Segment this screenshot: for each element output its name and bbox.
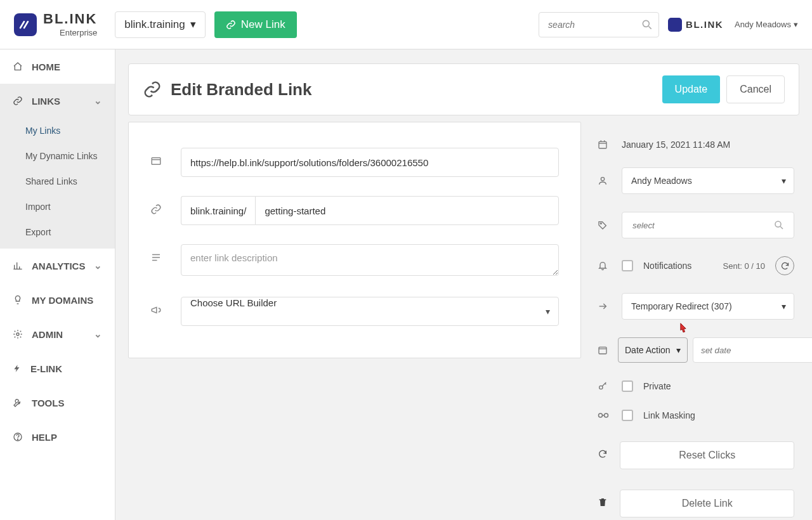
owner-select[interactable]: Andy Meadows ▾ (622, 167, 794, 194)
nav-elink[interactable]: E-LINK (0, 351, 115, 386)
tag-input[interactable] (631, 220, 773, 231)
brand-subtitle: Enterprise (43, 29, 97, 37)
date-action-select[interactable]: Date Action ▾ (618, 337, 688, 363)
description-input[interactable] (181, 244, 559, 276)
link-meta-panel: January 15, 2021 11:48 AM Andy Meadows ▾ (595, 122, 799, 520)
user-name: Andy Meadows (735, 20, 791, 29)
main-content: Edit Branded Link Update Cancel (115, 49, 812, 520)
brand-logo-icon (14, 13, 37, 36)
bulb-icon (13, 295, 23, 305)
redirect-select[interactable]: Temporary Redirect (307) ▾ (622, 293, 794, 320)
search-input[interactable] (547, 19, 641, 30)
gear-icon (13, 329, 23, 339)
chart-icon (13, 261, 23, 271)
nav-my-domains[interactable]: MY DOMAINS (0, 283, 115, 317)
delete-link-button[interactable]: Delete Link (620, 490, 794, 517)
nav-shared-links[interactable]: Shared Links (0, 169, 115, 194)
nav-home[interactable]: HOME (0, 49, 115, 84)
reset-clicks-button[interactable]: Reset Clicks (620, 441, 794, 469)
new-link-button[interactable]: New Link (214, 11, 297, 38)
destination-url-input[interactable] (181, 148, 559, 177)
svg-point-26 (599, 413, 603, 417)
refresh-icon[interactable] (775, 256, 794, 275)
chevron-down-icon: ⌄ (94, 260, 102, 271)
nav-analytics[interactable]: ANALYTICS ⌄ (0, 249, 115, 283)
browser-icon (150, 148, 166, 167)
date-action-label: Date Action (625, 345, 671, 355)
mini-brand: BL.INK (668, 18, 723, 32)
brand-title: BL.INK (43, 12, 97, 26)
chevron-down-icon: ▾ (676, 345, 681, 355)
nav-my-dynamic-links[interactable]: My Dynamic Links (0, 143, 115, 169)
topbar: BL.INK Enterprise blink.training ▾ New L… (0, 0, 812, 49)
domain-prefix: blink.training/ (181, 196, 255, 225)
link-masking-checkbox[interactable] (622, 410, 633, 421)
sent-count: Sent: 0 / 10 (723, 261, 766, 271)
svg-line-17 (780, 226, 783, 229)
page-title: Edit Branded Link (171, 80, 311, 100)
search-icon (773, 219, 785, 231)
slug-input[interactable] (255, 196, 559, 225)
created-timestamp: January 15, 2021 11:48 AM (622, 140, 730, 150)
set-date-input[interactable] (693, 337, 812, 363)
nav-export[interactable]: Export (0, 219, 115, 245)
edit-form: blink.training/ (128, 122, 581, 358)
svg-point-25 (599, 386, 603, 389)
nav-links[interactable]: LINKS ⌄ (0, 84, 115, 118)
notifications-label: Notifications (643, 261, 691, 271)
private-checkbox[interactable] (622, 380, 633, 392)
svg-point-4 (17, 439, 18, 439)
home-icon (13, 62, 23, 72)
tag-icon (598, 220, 612, 230)
user-menu[interactable]: Andy Meadows ▾ (735, 20, 798, 29)
svg-point-2 (16, 333, 19, 335)
link-icon (13, 96, 23, 106)
svg-line-1 (649, 26, 652, 29)
nav-my-links[interactable]: My Links (0, 118, 115, 143)
nav-label: ANALYTICS (32, 261, 85, 271)
brand: BL.INK Enterprise (14, 12, 97, 37)
sidebar: HOME LINKS ⌄ My Links My Dynamic Links S… (0, 49, 115, 520)
megaphone-icon (150, 297, 166, 316)
link-icon (150, 196, 166, 215)
mask-icon (598, 412, 612, 419)
svg-point-16 (775, 221, 781, 227)
chevron-down-icon: ▾ (794, 20, 798, 29)
notifications-checkbox[interactable] (622, 260, 633, 271)
link-masking-label: Link Masking (643, 410, 695, 420)
nav-import[interactable]: Import (0, 194, 115, 219)
arrow-right-icon (598, 301, 612, 311)
domain-selector[interactable]: blink.training ▾ (115, 11, 205, 38)
user-icon (598, 176, 612, 186)
calendar-icon (598, 345, 608, 355)
description-icon (150, 244, 166, 263)
nav-label: E-LINK (30, 363, 62, 374)
svg-rect-10 (599, 141, 606, 148)
private-label: Private (643, 381, 671, 391)
tag-select[interactable] (622, 212, 794, 238)
nav-label: HOME (32, 62, 60, 72)
nav-admin[interactable]: ADMIN ⌄ (0, 317, 115, 351)
chevron-down-icon: ▾ (782, 176, 786, 186)
chevron-down-icon: ▾ (782, 301, 786, 311)
nav-label: TOOLS (32, 398, 64, 408)
cancel-button[interactable]: Cancel (726, 75, 785, 103)
new-link-label: New Link (241, 18, 285, 31)
svg-point-14 (601, 178, 604, 181)
nav-tools[interactable]: TOOLS (0, 386, 115, 420)
chevron-down-icon: ⌄ (94, 95, 102, 107)
svg-rect-5 (152, 158, 160, 165)
nav-label: ADMIN (32, 329, 63, 340)
update-button[interactable]: Update (662, 75, 721, 103)
bolt-icon (13, 363, 22, 374)
nav-help[interactable]: HELP (0, 420, 115, 454)
svg-point-0 (643, 20, 649, 27)
link-icon (226, 20, 236, 30)
redirect-value: Temporary Redirect (307) (631, 301, 732, 311)
global-search[interactable] (539, 12, 659, 37)
trash-icon (598, 497, 610, 507)
url-builder-select[interactable]: Choose URL Builder (181, 297, 559, 326)
search-icon (641, 18, 653, 31)
page-header: Edit Branded Link Update Cancel (128, 63, 799, 115)
nav-label: MY DOMAINS (32, 295, 93, 306)
